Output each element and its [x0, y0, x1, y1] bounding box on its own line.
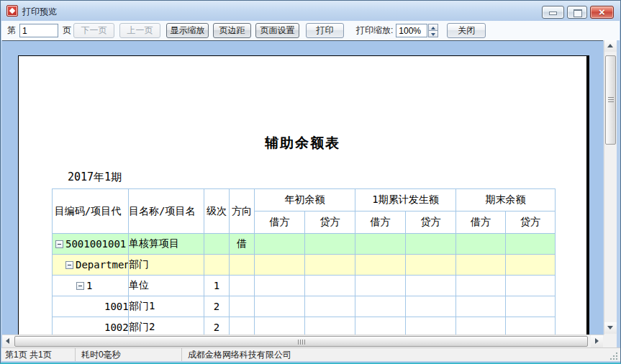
cell-direction: 借 [230, 234, 255, 255]
status-company-name: 成都金格网络科技有限公司 [182, 348, 620, 361]
print-zoom-label: 打印缩放: [356, 24, 393, 37]
statusbar: 第1页 共1页 耗时0毫秒 成都金格网络科技有限公司 [1, 347, 620, 361]
spinner-up-icon[interactable] [428, 24, 438, 30]
scroll-up-icon[interactable] [604, 40, 617, 52]
cell-level: 2 [204, 317, 230, 335]
cell-level [204, 234, 230, 255]
header-debit: 借方 [456, 211, 506, 234]
next-page-button[interactable]: 下一页 [73, 23, 114, 38]
preview-area: 辅助余额表 2017年1期 目编码/项目代 目名称/项目名 级次 方向 年初余额… [2, 40, 603, 335]
page-margins-button[interactable]: 页边距 [213, 23, 251, 38]
cell-code: 5001001001 [53, 234, 129, 255]
cell-level [204, 255, 230, 276]
vertical-scrollbar[interactable] [604, 40, 617, 335]
toolbar: 第 页 下一页 上一页 显示缩放 页边距 页面设置 打印 打印缩放: 关闭 [1, 21, 620, 40]
report-page[interactable]: 辅助余额表 2017年1期 目编码/项目代 目名称/项目名 级次 方向 年初余额… [18, 55, 589, 335]
scroll-down-icon[interactable] [604, 322, 617, 334]
scroll-right-icon[interactable] [591, 335, 603, 347]
report-period: 2017年1期 [68, 170, 122, 184]
header-period-activity: 1期累计发生额 [355, 189, 456, 211]
page-number-input[interactable] [19, 24, 58, 37]
header-level: 级次 [204, 189, 230, 234]
page-label-prefix: 第 [7, 24, 16, 37]
spinner-down-icon[interactable] [428, 30, 438, 37]
table-header-row: 目编码/项目代 目名称/项目名 级次 方向 年初余额 1期累计发生额 期末余额 [53, 189, 556, 211]
collapse-icon [65, 261, 73, 269]
close-window-button[interactable] [590, 6, 614, 19]
minimize-button[interactable] [542, 6, 564, 19]
header-name: 目名称/项目名 [129, 189, 204, 234]
page-label-suffix: 页 [63, 24, 71, 37]
header-opening-balance: 年初余额 [255, 189, 355, 211]
header-debit: 借方 [355, 211, 406, 234]
vertical-scrollbar-thumb[interactable] [605, 55, 616, 145]
cell-direction [230, 317, 255, 335]
print-button[interactable]: 打印 [306, 23, 344, 38]
header-credit: 贷方 [506, 211, 556, 234]
status-page-count: 第1页 共1页 [1, 348, 76, 361]
header-code: 目编码/项目代 [53, 189, 129, 234]
header-ending-balance: 期末余额 [456, 189, 556, 211]
cell-direction [230, 255, 255, 276]
prev-page-button[interactable]: 上一页 [119, 23, 160, 38]
print-zoom-spinner [428, 24, 438, 37]
scrollbar-corner [604, 335, 617, 347]
cell-direction [230, 296, 255, 317]
cell-level: 2 [204, 296, 230, 317]
table-row: 1 单位 1 [53, 276, 556, 296]
header-debit: 借方 [255, 211, 305, 234]
print-zoom-input[interactable] [396, 24, 427, 37]
cell-name: 部门2 [129, 317, 204, 335]
show-zoom-button[interactable]: 显示缩放 [166, 23, 209, 38]
print-preview-window: 打印预览 第 页 下一页 上一页 显示缩放 页边距 页面设置 打印 打印缩放: … [0, 0, 621, 364]
cell-name: 部门1 [129, 296, 204, 317]
table-row: 1002 部门2 2 [53, 317, 556, 335]
status-elapsed-time: 耗时0毫秒 [76, 348, 182, 361]
cell-name: 部门 [129, 255, 204, 276]
header-direction: 方向 [230, 189, 255, 234]
cell-name: 单核算项目 [129, 234, 204, 255]
horizontal-scrollbar[interactable] [2, 335, 604, 347]
page-setup-button[interactable]: 页面设置 [255, 23, 299, 38]
table-row: 5001001001 单核算项目 借 [53, 234, 556, 255]
scroll-left-icon[interactable] [2, 335, 14, 347]
close-preview-button[interactable]: 关闭 [447, 23, 486, 38]
cell-code: 1 [53, 276, 129, 296]
report-title: 辅助余额表 [19, 134, 586, 153]
resize-grip[interactable] [609, 352, 618, 360]
collapse-icon [76, 282, 84, 290]
app-icon [6, 5, 18, 17]
maximize-button[interactable] [567, 6, 587, 19]
table-row: 1001 部门1 2 [53, 296, 556, 317]
table-row: Department 部门 [53, 255, 556, 276]
window-title: 打印预览 [22, 6, 57, 18]
balance-table: 目编码/项目代 目名称/项目名 级次 方向 年初余额 1期累计发生额 期末余额 … [52, 188, 556, 335]
header-credit: 贷方 [406, 211, 456, 234]
cell-code: Department [53, 255, 129, 276]
cell-code: 1002 [53, 317, 129, 335]
cell-level: 1 [204, 276, 230, 296]
header-credit: 贷方 [305, 211, 355, 234]
cell-direction [230, 276, 255, 296]
collapse-icon [55, 240, 63, 248]
titlebar: 打印预览 [1, 1, 620, 21]
horizontal-scrollbar-thumb[interactable] [14, 336, 588, 347]
cell-code: 1001 [53, 296, 129, 317]
cell-name: 单位 [129, 276, 204, 296]
